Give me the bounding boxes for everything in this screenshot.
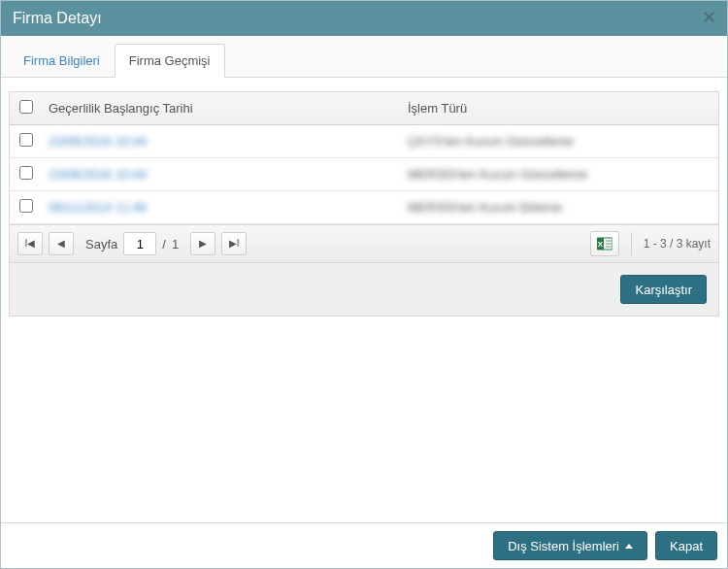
tab-firma-gecmisi[interactable]: Firma Geçmişi: [115, 44, 225, 78]
tab-firma-bilgileri[interactable]: Firma Bilgileri: [9, 44, 115, 77]
grid-actions-bar: Karşılaştır: [9, 263, 719, 317]
compare-button-label: Karşılaştır: [635, 283, 692, 297]
tab-body: Geçerlilik Başlangıç Tarihi İşlem Türü 2…: [1, 78, 727, 522]
cell-date[interactable]: 23/06/2016 10:44: [49, 167, 147, 182]
next-page-icon: ▶: [199, 239, 207, 249]
pager-total: 1: [172, 237, 179, 251]
cell-type: MERSİS'ten Kurum Ekleme: [408, 200, 562, 215]
close-button[interactable]: Kapat: [655, 531, 717, 560]
pager-page-input[interactable]: [123, 232, 156, 255]
tab-label: Firma Bilgileri: [23, 53, 100, 68]
select-all-checkbox[interactable]: [19, 100, 33, 114]
caret-up-icon: [625, 544, 633, 549]
record-count: 1 - 3 / 3 kayıt: [644, 237, 711, 251]
cell-date[interactable]: 23/06/2016 10:44: [49, 134, 147, 149]
column-header-date[interactable]: Geçerlilik Başlangıç Tarihi: [39, 92, 398, 125]
table-row[interactable]: 23/06/2016 10:44 MERSİS'ten Kurum Güncel…: [10, 158, 718, 191]
pager-next-button[interactable]: ▶: [190, 232, 215, 255]
excel-icon: X: [597, 236, 612, 251]
close-button-label: Kapat: [670, 539, 703, 553]
pager-first-button[interactable]: I◀: [17, 232, 43, 255]
first-page-icon: I◀: [25, 239, 36, 249]
compare-button[interactable]: Karşılaştır: [620, 275, 707, 304]
export-excel-button[interactable]: X: [590, 231, 619, 256]
pager-separator: [631, 232, 632, 255]
pager-last-button[interactable]: ▶I: [221, 232, 247, 255]
table-row[interactable]: 06/11/2014 11:46 MERSİS'ten Kurum Ekleme: [10, 191, 718, 224]
cell-date[interactable]: 06/11/2014 11:46: [49, 200, 147, 215]
svg-text:X: X: [597, 240, 603, 249]
pager-sep: /: [162, 237, 166, 251]
dialog-title: Firma Detayı: [13, 10, 102, 27]
header-checkbox-cell: [10, 92, 39, 125]
row-checkbox[interactable]: [19, 199, 33, 213]
row-checkbox[interactable]: [19, 166, 33, 180]
dialog: Firma Detayı ✕ Firma Bilgileri Firma Geç…: [0, 0, 728, 569]
row-checkbox[interactable]: [19, 133, 33, 147]
titlebar: Firma Detayı ✕: [1, 1, 727, 36]
tab-label: Firma Geçmişi: [129, 53, 211, 68]
external-system-button[interactable]: Dış Sistem İşlemleri: [493, 531, 647, 560]
table-header-row: Geçerlilik Başlangıç Tarihi İşlem Türü: [10, 92, 718, 125]
prev-page-icon: ◀: [57, 239, 65, 249]
table-row[interactable]: 23/06/2016 10:44 ÇKYS'ten Kurum Güncelle…: [10, 125, 718, 158]
dialog-footer: Dış Sistem İşlemleri Kapat: [1, 522, 727, 568]
pager-prev-button[interactable]: ◀: [49, 232, 74, 255]
tabs: Firma Bilgileri Firma Geçmişi: [1, 36, 727, 78]
column-header-type[interactable]: İşlem Türü: [398, 92, 718, 125]
data-grid: Geçerlilik Başlangıç Tarihi İşlem Türü 2…: [9, 91, 719, 263]
cell-type: ÇKYS'ten Kurum Güncelleme: [408, 134, 574, 149]
cell-type: MERSİS'ten Kurum Güncelleme: [408, 167, 587, 182]
close-icon[interactable]: ✕: [698, 7, 719, 28]
external-system-label: Dış Sistem İşlemleri: [508, 539, 619, 553]
pager: I◀ ◀ Sayfa / 1 ▶ ▶I X: [10, 224, 718, 262]
pager-label: Sayfa: [85, 237, 117, 251]
last-page-icon: ▶I: [229, 239, 240, 249]
